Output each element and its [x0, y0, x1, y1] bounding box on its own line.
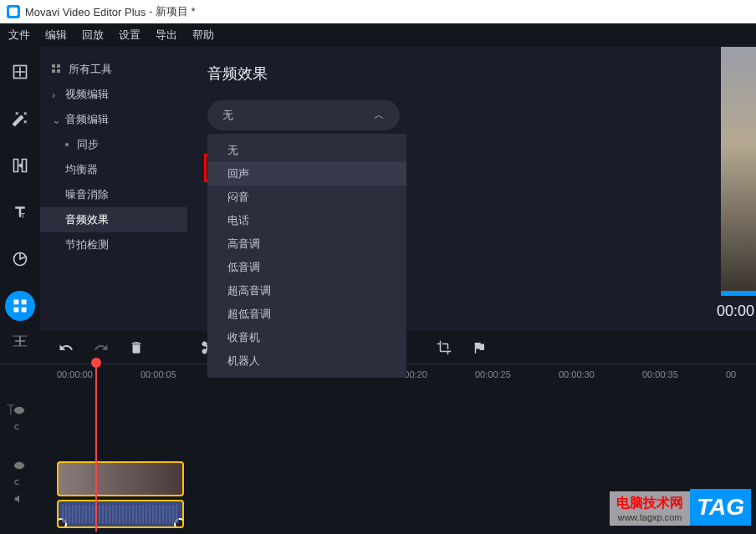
- option-low-pitch[interactable]: 低音调: [207, 256, 406, 279]
- clip-handle-right[interactable]: [174, 518, 184, 528]
- watermark: 电脑技术网 www.tagxp.com TAG: [610, 489, 751, 526]
- sidebar-audio-fx[interactable]: 音频效果: [40, 207, 187, 232]
- chevron-up-icon: ︿: [374, 108, 385, 123]
- menu-edit[interactable]: 编辑: [45, 28, 67, 43]
- svg-rect-7: [22, 308, 27, 313]
- panel-title: 音频效果: [207, 64, 736, 84]
- chevron-down-icon: ⌄: [52, 114, 59, 126]
- delete-icon[interactable]: [129, 340, 144, 355]
- project-name: - 新项目 *: [146, 4, 195, 19]
- marker-icon[interactable]: [472, 340, 487, 355]
- link-icon[interactable]: [13, 476, 25, 488]
- sidebar-video-edit[interactable]: ›视频编辑: [40, 82, 187, 107]
- option-ultra-high[interactable]: 超高音调: [207, 279, 406, 303]
- titlebar: Movavi Video Editor Plus - 新项目 *: [0, 0, 756, 23]
- option-robot[interactable]: 机器人: [207, 349, 406, 373]
- svg-rect-10: [52, 69, 55, 73]
- dropdown-selected: 无: [222, 108, 233, 123]
- option-ultra-low[interactable]: 超低音调: [207, 303, 406, 326]
- menubar: 文件 编辑 回放 设置 导出 帮助: [0, 23, 756, 47]
- mute-icon[interactable]: [13, 493, 25, 505]
- visibility-icon[interactable]: [13, 404, 25, 416]
- text-track-controls: [13, 404, 38, 433]
- svg-rect-8: [52, 64, 55, 68]
- link-icon[interactable]: [13, 421, 25, 433]
- undo-icon[interactable]: [59, 340, 74, 355]
- app-title: Movavi Video Editor Plus: [25, 6, 146, 18]
- timecode-display: 00:00: [717, 303, 754, 320]
- visibility-icon[interactable]: [13, 460, 25, 471]
- crop-icon[interactable]: [437, 340, 452, 355]
- svg-rect-5: [22, 300, 27, 305]
- option-none[interactable]: 无: [207, 139, 406, 162]
- sidebar-sync[interactable]: 同步: [40, 132, 187, 157]
- menu-playback[interactable]: 回放: [82, 28, 104, 43]
- sidebar-noise-remove[interactable]: 噪音消除: [40, 182, 187, 207]
- video-clip[interactable]: [57, 461, 184, 496]
- option-echo[interactable]: 回声: [207, 162, 406, 186]
- sidebar: 所有工具 ›视频编辑 ⌄音频编辑 同步 均衡器 噪音消除 音频效果 节拍检测: [40, 47, 187, 331]
- content-panel: 音频效果 无 ︿ 无 回声 闷音 电话 高音调 低音调 超高音调 超低音调 收音…: [187, 47, 756, 331]
- menu-file[interactable]: 文件: [8, 28, 30, 43]
- svg-rect-9: [57, 64, 60, 68]
- svg-rect-6: [14, 308, 19, 313]
- chevron-right-icon: ›: [52, 89, 59, 101]
- playhead[interactable]: [95, 364, 97, 531]
- option-high-pitch[interactable]: 高音调: [207, 232, 406, 256]
- text-track-label: T: [7, 403, 15, 418]
- svg-text:T: T: [21, 211, 25, 220]
- svg-rect-4: [14, 300, 19, 305]
- audio-clip[interactable]: [57, 500, 184, 528]
- svg-rect-11: [57, 69, 60, 73]
- preview-pane: [721, 47, 756, 291]
- effect-dropdown-list: 无 回声 闷音 电话 高音调 低音调 超高音调 超低音调 收音机 机器人: [207, 134, 406, 378]
- redo-icon[interactable]: [94, 340, 109, 355]
- stickers-button[interactable]: [5, 244, 35, 274]
- option-muffle[interactable]: 闷音: [207, 186, 406, 209]
- option-telephone[interactable]: 电话: [207, 209, 406, 232]
- filters-button[interactable]: [5, 104, 35, 134]
- video-track-controls: [13, 460, 38, 505]
- clip-handle-left[interactable]: [57, 518, 67, 528]
- transitions-button[interactable]: [5, 150, 35, 181]
- sidebar-audio-edit[interactable]: ⌄音频编辑: [40, 107, 187, 132]
- sidebar-equalizer[interactable]: 均衡器: [40, 157, 187, 182]
- app-icon: [7, 5, 20, 18]
- sidebar-beat-detect[interactable]: 节拍检测: [40, 232, 187, 257]
- left-toolbar: T: [0, 47, 40, 331]
- add-media-button[interactable]: [5, 57, 35, 87]
- menu-settings[interactable]: 设置: [119, 28, 140, 43]
- menu-help[interactable]: 帮助: [192, 28, 214, 43]
- effect-dropdown[interactable]: 无 ︿: [207, 100, 400, 130]
- option-radio[interactable]: 收音机: [207, 326, 406, 349]
- add-track-button[interactable]: [12, 333, 28, 349]
- menu-export[interactable]: 导出: [156, 28, 177, 43]
- preview-scrubber[interactable]: [721, 291, 756, 296]
- more-tools-button[interactable]: [5, 291, 35, 321]
- sidebar-all-tools[interactable]: 所有工具: [40, 57, 187, 82]
- titles-button[interactable]: T: [5, 197, 35, 227]
- svg-rect-0: [9, 8, 18, 16]
